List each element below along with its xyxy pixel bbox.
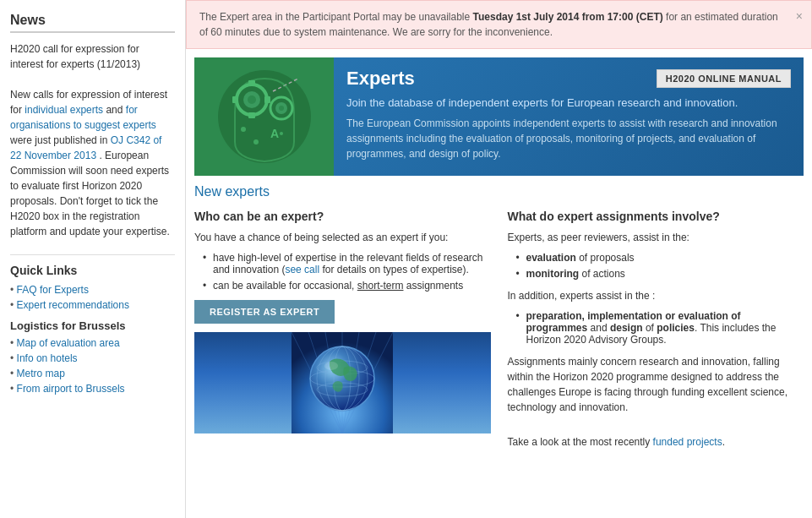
- experts-description: The European Commission appoints indepen…: [346, 116, 791, 161]
- expert-assignments-col: What do expert assignments involve? Expe…: [508, 210, 804, 456]
- experts-hero-content: Experts H2020 ONLINE MANUAL Join the dat…: [334, 57, 804, 176]
- funded-projects-link[interactable]: funded projects: [653, 436, 722, 448]
- faq-link[interactable]: FAQ for Experts: [17, 284, 89, 296]
- logistics-heading: Logistics for Brussels: [10, 319, 175, 332]
- svg-point-14: [241, 127, 246, 132]
- alert-banner: The Expert area in the Participant Porta…: [186, 0, 812, 49]
- experts-title: Experts: [346, 68, 415, 90]
- short-term-text: short-term: [357, 280, 404, 292]
- funded-projects-text: Take a look at the most recently funded …: [508, 434, 804, 450]
- assignments-intro: Experts, as peer reviewers, assist in th…: [508, 230, 804, 245]
- svg-rect-6: [248, 112, 255, 118]
- two-column-layout: Who can be an expert? You have a chance …: [194, 210, 804, 456]
- metro-link[interactable]: Metro map: [17, 368, 65, 379]
- globe-svg: [292, 332, 393, 433]
- svg-point-1: [218, 70, 311, 163]
- experts-hero-header: Experts H2020 ONLINE MANUAL: [346, 68, 791, 90]
- expert-criteria-list: have high-level of expertise in the rele…: [194, 252, 491, 292]
- assignments-list1: evaluation of proposals monitoring of ac…: [508, 252, 804, 280]
- assignments-list2: preparation, implementation or evaluatio…: [508, 310, 804, 346]
- alert-close-button[interactable]: ×: [796, 8, 803, 25]
- svg-text:A: A: [270, 127, 279, 140]
- list-item: FAQ for Experts: [10, 284, 175, 296]
- list-item: have high-level of expertise in the rele…: [203, 252, 491, 275]
- globe-image: [194, 332, 491, 433]
- experts-tagline: Join the database of independent experts…: [346, 96, 791, 109]
- new-experts-title: New experts: [194, 184, 804, 199]
- svg-point-16: [280, 132, 283, 135]
- news-content: H2020 call for expression for interest f…: [10, 41, 175, 239]
- list-item: Expert recommendations: [10, 299, 175, 311]
- list-item: Info on hotels: [10, 352, 175, 364]
- map-link[interactable]: Map of evaluation area: [17, 337, 120, 349]
- list-item: Metro map: [10, 368, 175, 379]
- brain-illustration: A: [201, 62, 328, 172]
- experts-hero: A Experts H2020 ONLINE MANUAL Join the d…: [194, 57, 804, 176]
- hotels-link[interactable]: Info on hotels: [17, 352, 78, 364]
- quick-links-section: Quick Links FAQ for Experts Expert recom…: [10, 254, 175, 395]
- in-addition-text: In addition, experts assist in the :: [508, 288, 804, 303]
- news-heading: News: [10, 13, 175, 33]
- list-item: Map of evaluation area: [10, 337, 175, 349]
- alert-bold: Tuesday 1st July 2014 from 17:00 (CET): [473, 11, 663, 23]
- quick-links-heading: Quick Links: [10, 264, 175, 277]
- assignments-paragraph1: Assignments mainly concern research and …: [508, 354, 804, 415]
- new-experts-section: New experts Who can be an expert? You ha…: [186, 184, 812, 456]
- individual-experts-link[interactable]: individual experts: [25, 104, 103, 116]
- assignments-heading: What do expert assignments involve?: [508, 210, 804, 223]
- svg-point-11: [279, 106, 284, 111]
- svg-point-15: [253, 139, 259, 144]
- svg-point-25: [310, 346, 374, 411]
- who-can-be-expert-col: Who can be an expert? You have a chance …: [194, 210, 491, 456]
- list-item: From airport to Brussels: [10, 383, 175, 395]
- list-item: can be available for occasional, short-t…: [203, 280, 491, 292]
- svg-point-4: [248, 95, 256, 104]
- experts-hero-image: A: [194, 57, 334, 176]
- who-intro: You have a chance of being selected as a…: [194, 230, 491, 245]
- see-call-link[interactable]: see call: [285, 264, 319, 275]
- list-item: evaluation of proposals: [516, 252, 804, 264]
- main-content: The Expert area in the Participant Porta…: [186, 0, 812, 518]
- sidebar: News H2020 call for expression for inter…: [0, 0, 186, 518]
- list-item: monitoring of actions: [516, 268, 804, 280]
- h2020-manual-button[interactable]: H2020 ONLINE MANUAL: [657, 69, 791, 88]
- logistics-list: Map of evaluation area Info on hotels Me…: [10, 337, 175, 395]
- airport-link[interactable]: From airport to Brussels: [17, 383, 125, 395]
- list-item: preparation, implementation or evaluatio…: [516, 310, 804, 346]
- news-p1: H2020 call for expression for interest f…: [10, 43, 140, 70]
- quick-links-list: FAQ for Experts Expert recommendations: [10, 284, 175, 311]
- register-expert-button[interactable]: REGISTER AS EXPERT: [194, 300, 335, 324]
- svg-rect-8: [264, 96, 270, 103]
- who-heading: Who can be an expert?: [194, 210, 491, 223]
- expert-recommendations-link[interactable]: Expert recommendations: [17, 299, 129, 311]
- alert-text1: The Expert area in the Participant Porta…: [199, 11, 473, 23]
- svg-point-32: [324, 362, 338, 370]
